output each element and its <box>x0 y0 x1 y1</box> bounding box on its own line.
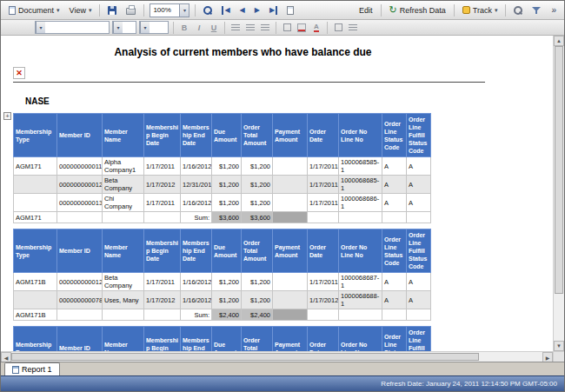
cell[interactable]: A <box>382 176 407 194</box>
cell[interactable]: $1,200 <box>212 157 242 176</box>
cell[interactable]: A <box>382 194 407 212</box>
cell[interactable]: Beta Company <box>103 273 144 291</box>
cell[interactable]: $1,200 <box>242 176 273 194</box>
cell[interactable] <box>273 176 308 194</box>
filter-button[interactable] <box>528 3 546 18</box>
cell[interactable]: $1,200 <box>212 291 242 309</box>
cell[interactable] <box>57 309 103 321</box>
align-center-button[interactable] <box>243 21 257 34</box>
column-header[interactable]: Order Total Amount <box>242 114 273 157</box>
cell[interactable] <box>273 157 308 176</box>
column-header[interactable]: Membership Begin Date <box>144 229 181 273</box>
cell[interactable] <box>407 309 431 321</box>
cell[interactable]: $1,200 <box>242 291 273 309</box>
column-header[interactable]: Order No Line No <box>339 327 382 352</box>
cell[interactable]: 1/17/2011 <box>144 194 181 212</box>
next-page-button[interactable]: ▶ <box>250 3 264 18</box>
cell[interactable]: 1/17/2011 <box>308 194 339 212</box>
cell[interactable]: A <box>407 194 431 212</box>
cell[interactable]: A <box>407 157 431 176</box>
cell[interactable]: 1/17/2012 <box>144 291 181 309</box>
cell[interactable]: AGM171B <box>14 309 57 321</box>
column-header[interactable]: Payment Amount <box>273 229 308 273</box>
previous-page-button[interactable]: ◀ <box>236 3 249 18</box>
print-button[interactable] <box>122 3 140 18</box>
cell[interactable]: 1000068685-1 <box>339 176 382 194</box>
column-header[interactable]: Membership End Date <box>181 114 212 157</box>
cell[interactable]: 1000068686-1 <box>339 194 382 212</box>
column-header[interactable]: Order Line Status Code <box>382 114 407 157</box>
last-page-button[interactable]: ▶ <box>265 3 282 18</box>
cell[interactable] <box>273 212 308 223</box>
underline-button[interactable]: U <box>207 21 221 34</box>
sum-value-cell[interactable]: $3,600 <box>242 212 273 223</box>
column-header[interactable]: Member ID <box>57 229 103 273</box>
cell[interactable] <box>103 212 144 223</box>
cell[interactable]: A <box>407 176 431 194</box>
column-header[interactable]: Order Date <box>308 229 339 273</box>
sum-value-cell[interactable]: $3,600 <box>212 212 242 223</box>
column-header[interactable]: Member ID <box>57 114 103 157</box>
cell[interactable] <box>144 309 181 321</box>
cell[interactable]: 1/16/2012 <box>181 194 212 212</box>
column-header[interactable]: Membership Type <box>14 327 57 352</box>
cell[interactable]: 1/17/2011 <box>144 157 181 176</box>
column-header[interactable]: Membership Begin Date <box>144 114 181 157</box>
column-header[interactable]: Order Total Amount <box>242 229 273 273</box>
cell[interactable]: Alpha Company1 <box>103 157 144 176</box>
broken-image-icon[interactable]: ✕ <box>13 67 25 79</box>
cell[interactable]: $1,200 <box>242 194 273 212</box>
cell[interactable] <box>273 291 308 309</box>
page-mode-button[interactable] <box>282 3 298 18</box>
cell[interactable] <box>382 309 407 321</box>
cell[interactable]: Uses, Many <box>103 291 144 309</box>
format-painter-button[interactable] <box>346 21 360 34</box>
cell[interactable] <box>339 309 382 321</box>
zoom-select[interactable]: 100% ▾ <box>150 3 189 17</box>
cell[interactable] <box>14 291 57 309</box>
cell[interactable]: A <box>382 157 407 176</box>
cell[interactable] <box>308 309 339 321</box>
cell[interactable]: 1/16/2012 <box>181 273 212 291</box>
refresh-data-button[interactable]: ↻ Refresh Data <box>385 3 450 18</box>
view-menu-button[interactable]: View ▾ <box>65 3 96 18</box>
tab-report-1[interactable]: Report 1 <box>4 362 60 375</box>
align-right-button[interactable] <box>258 21 272 34</box>
column-header[interactable]: Order Date <box>308 327 339 352</box>
sum-value-cell[interactable]: $2,400 <box>212 309 242 321</box>
column-header[interactable]: Membership Type <box>14 114 57 157</box>
font-size-select[interactable]: ▾ <box>139 21 169 34</box>
column-header[interactable]: Order Line Fulfill Status Code <box>407 229 431 273</box>
merge-cells-button[interactable] <box>331 21 345 34</box>
cell[interactable]: 1/17/2011 <box>308 176 339 194</box>
find-button[interactable] <box>199 3 216 18</box>
align-left-button[interactable] <box>229 21 243 34</box>
column-header[interactable]: Membership Begin Date <box>144 327 181 352</box>
bold-button[interactable]: B <box>177 21 191 34</box>
cell[interactable]: $1,200 <box>242 273 273 291</box>
column-header[interactable]: Member Name <box>103 114 144 157</box>
cell[interactable]: AGM171B <box>14 273 57 291</box>
cell[interactable] <box>339 212 382 223</box>
borders-button[interactable] <box>280 21 294 34</box>
cell[interactable]: Sum: <box>181 212 212 223</box>
cell[interactable]: 1/17/2011 <box>308 157 339 176</box>
column-header[interactable]: Member ID <box>57 327 103 352</box>
cell[interactable]: 1/17/2012 <box>308 291 339 309</box>
cell[interactable]: 1/17/2012 <box>144 176 181 194</box>
cell[interactable]: 1/17/2011 <box>144 273 181 291</box>
font-color-button[interactable]: A <box>309 21 323 34</box>
cell[interactable]: AGM171 <box>14 157 57 176</box>
column-header[interactable]: Due Amount <box>212 327 242 352</box>
scroll-up-button[interactable]: ▲ <box>554 36 564 46</box>
horizontal-scroll-track[interactable] <box>11 352 542 362</box>
column-header[interactable]: Order No Line No <box>339 114 382 157</box>
cell[interactable] <box>273 194 308 212</box>
cell[interactable]: $1,200 <box>242 157 273 176</box>
cell[interactable] <box>14 176 57 194</box>
font-family-select[interactable]: ▾ <box>35 21 110 34</box>
sum-value-cell[interactable]: $2,400 <box>242 309 273 321</box>
column-header[interactable]: Member Name <box>103 229 144 273</box>
column-header[interactable]: Order Date <box>308 114 339 157</box>
toolbar-overflow-button[interactable]: » <box>547 3 561 18</box>
